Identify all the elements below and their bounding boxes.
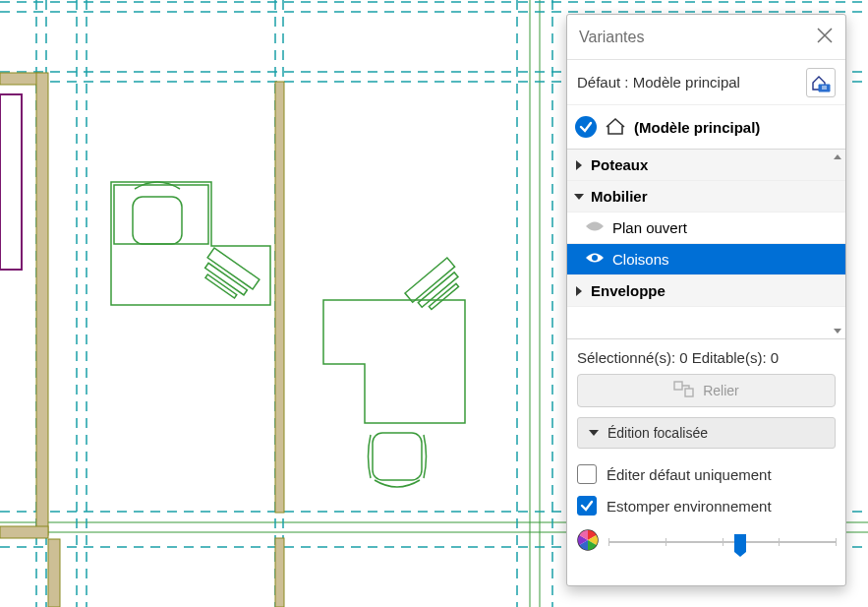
tree-item-label: Enveloppe — [591, 282, 665, 299]
dim-slider[interactable] — [608, 530, 836, 554]
chevron-right-icon — [573, 159, 585, 171]
svg-rect-36 — [685, 389, 693, 396]
dim-slider-row — [567, 521, 845, 564]
tree-item-enveloppe[interactable]: Enveloppe — [567, 275, 845, 307]
svg-point-34 — [592, 255, 598, 261]
focused-edit-section[interactable]: Édition focalisée — [577, 417, 836, 449]
default-variant-label: Défaut : Modèle principal — [577, 74, 798, 91]
link-icon — [673, 381, 695, 401]
check-icon — [575, 116, 597, 138]
tree-item-label: Poteaux — [591, 156, 648, 173]
color-wheel-icon[interactable] — [577, 529, 599, 554]
scroll-up-icon[interactable] — [830, 150, 845, 165]
model-options-icon[interactable] — [806, 68, 836, 97]
scroll-down-icon[interactable] — [830, 323, 845, 338]
variants-panel: Variantes Défaut : Modèle principal (Mod… — [566, 14, 846, 586]
house-icon — [605, 117, 626, 138]
selection-status: Sélectionné(s): 0 Editable(s): 0 — [567, 339, 845, 374]
edit-default-only-checkbox[interactable] — [577, 464, 597, 484]
tree-leaf-label: Plan ouvert — [612, 219, 687, 236]
svg-rect-26 — [133, 197, 182, 244]
svg-rect-28 — [205, 263, 248, 294]
eye-icon — [585, 251, 605, 268]
model-name: (Modèle principal) — [634, 119, 760, 136]
checkbox-label: Estomper environnement — [607, 498, 772, 515]
svg-rect-22 — [275, 538, 284, 607]
tree-blank-row — [567, 307, 845, 338]
panel-header: Variantes — [567, 15, 845, 60]
section-label: Édition focalisée — [608, 425, 708, 441]
eye-icon — [585, 219, 605, 236]
svg-rect-25 — [114, 185, 208, 244]
svg-rect-35 — [674, 382, 682, 390]
tree-leaf-cloisons[interactable]: Cloisons — [567, 244, 845, 275]
close-icon[interactable] — [816, 27, 834, 47]
slider-thumb[interactable] — [734, 534, 746, 552]
svg-rect-23 — [48, 539, 60, 607]
tree-leaf-label: Cloisons — [612, 251, 669, 268]
tree-leaf-plan-ouvert[interactable]: Plan ouvert — [567, 212, 845, 244]
checkbox-label: Éditer défaut uniquement — [607, 466, 772, 483]
svg-rect-30 — [373, 433, 422, 480]
svg-rect-33 — [429, 283, 458, 309]
chevron-down-icon — [573, 191, 585, 203]
tree-item-label: Mobilier — [591, 188, 648, 205]
variant-tree: Poteaux Mobilier Plan ouvert Cloisons En… — [567, 149, 845, 339]
svg-rect-24 — [0, 94, 22, 270]
dim-environment-row: Estomper environnement — [567, 490, 845, 521]
link-button-label: Relier — [703, 383, 739, 398]
chevron-down-icon — [588, 427, 600, 439]
model-row[interactable]: (Modèle principal) — [567, 105, 845, 149]
tree-item-mobilier[interactable]: Mobilier — [567, 181, 845, 212]
link-button[interactable]: Relier — [577, 374, 836, 407]
chevron-right-icon — [573, 285, 585, 297]
svg-rect-21 — [275, 82, 284, 513]
dim-environment-checkbox[interactable] — [577, 496, 597, 516]
svg-rect-19 — [36, 73, 48, 535]
svg-rect-18 — [0, 73, 39, 85]
svg-rect-20 — [0, 526, 48, 538]
panel-title: Variantes — [579, 29, 816, 46]
default-variant-row: Défaut : Modèle principal — [567, 60, 845, 105]
tree-item-poteaux[interactable]: Poteaux — [567, 150, 845, 181]
edit-default-only-row: Éditer défaut uniquement — [567, 458, 845, 490]
